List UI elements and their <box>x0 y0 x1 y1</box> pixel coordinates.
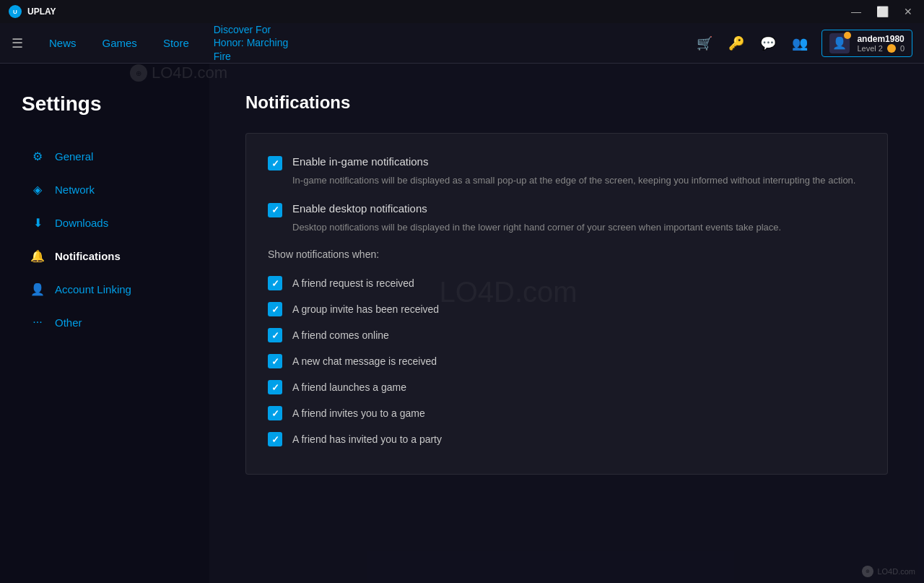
sub-checkbox-friend-request: A friend request is received <box>268 270 866 296</box>
sub-checkbox-chat-message: A new chat message is received <box>268 348 866 374</box>
settings-title: Settings <box>22 92 188 116</box>
nav-item-news[interactable]: News <box>38 31 88 55</box>
sidebar-item-notifications-label: Notifications <box>55 250 121 262</box>
chat-message-checkbox[interactable] <box>268 354 282 368</box>
nav-item-games[interactable]: Games <box>91 31 149 55</box>
sidebar-item-other-label: Other <box>55 316 82 329</box>
friends-icon[interactable]: 👥 <box>790 33 810 53</box>
desktop-notifications-label: Enable desktop notifications <box>292 202 427 215</box>
sub-checkbox-group-invite: A group invite has been received <box>268 296 866 322</box>
show-when-label: Show notifications when: <box>268 249 866 260</box>
friend-party-label: A friend has invited you to a party <box>292 433 442 445</box>
coin-icon <box>887 44 896 53</box>
ingame-notifications-checkbox[interactable] <box>268 156 282 170</box>
header: ☰ News Games Store Discover ForHonor: Ma… <box>0 23 924 64</box>
friend-online-label: A friend comes online <box>292 329 389 341</box>
avatar-badge <box>844 32 851 39</box>
chat-message-label: A new chat message is received <box>292 355 437 367</box>
chat-icon[interactable]: 💬 <box>758 33 778 53</box>
sub-checkbox-friend-party: A friend has invited you to a party <box>268 426 866 452</box>
gear-icon: ⚙ <box>30 149 45 163</box>
hamburger-menu-icon[interactable]: ☰ <box>12 35 23 51</box>
desktop-notifications-desc: Desktop notifications will be displayed … <box>292 220 866 235</box>
sidebar: Settings ⊕ LO4D.com ⚙ General ◈ Network … <box>0 64 209 583</box>
nav-item-discover[interactable]: Discover ForHonor: MarchingFire <box>204 19 299 67</box>
ingame-notifications-row: Enable in-game notifications <box>268 155 866 170</box>
user-level: Level 2 0 <box>857 44 905 53</box>
content-area: Notifications Enable in-game notificatio… <box>209 64 924 583</box>
sub-checkbox-friend-online: A friend comes online <box>268 322 866 348</box>
title-bar-controls: — ⬜ ✕ <box>849 4 915 19</box>
account-icon: 👤 <box>30 282 45 296</box>
download-icon: ⬇ <box>30 215 45 230</box>
sub-checkbox-friend-invites: A friend invites you to a game <box>268 400 866 426</box>
friend-request-label: A friend request is received <box>292 277 414 289</box>
network-icon: ◈ <box>30 182 45 197</box>
sidebar-item-account-linking[interactable]: 👤 Account Linking <box>22 275 188 303</box>
page-title: Notifications <box>245 92 888 113</box>
friend-request-checkbox[interactable] <box>268 276 282 290</box>
ingame-notifications-label: Enable in-game notifications <box>292 155 428 168</box>
sidebar-item-notifications[interactable]: 🔔 Notifications <box>22 241 188 270</box>
sidebar-item-downloads-label: Downloads <box>55 217 108 229</box>
sidebar-item-other[interactable]: ··· Other <box>22 308 188 337</box>
user-info: andem1980 Level 2 0 <box>857 34 905 53</box>
username: andem1980 <box>857 34 905 44</box>
cart-icon[interactable]: 🛒 <box>694 33 715 53</box>
header-icons: 🛒 🔑 💬 👥 <box>694 33 810 53</box>
group-invite-label: A group invite has been received <box>292 303 439 315</box>
main-layout: Settings ⊕ LO4D.com ⚙ General ◈ Network … <box>0 64 924 583</box>
ingame-notifications-desc: In-game notifications will be displayed … <box>292 173 866 188</box>
header-nav: News Games Store Discover ForHonor: Marc… <box>38 19 694 67</box>
bell-icon: 🔔 <box>30 249 45 263</box>
sidebar-item-account-label: Account Linking <box>55 283 131 295</box>
title-bar-left: U UPLAY <box>9 5 56 18</box>
friend-launches-checkbox[interactable] <box>268 380 282 394</box>
user-area[interactable]: 👤 andem1980 Level 2 0 <box>821 30 912 57</box>
app-name: UPLAY <box>27 7 56 17</box>
friend-invites-label: A friend invites you to a game <box>292 407 425 419</box>
friend-launches-label: A friend launches a game <box>292 381 406 393</box>
notifications-panel: Enable in-game notifications In-game not… <box>245 133 888 475</box>
key-icon[interactable]: 🔑 <box>726 33 746 53</box>
sidebar-item-network[interactable]: ◈ Network <box>22 175 188 204</box>
maximize-button[interactable]: ⬜ <box>875 4 889 19</box>
desktop-notifications-row: Enable desktop notifications <box>268 202 866 217</box>
avatar: 👤 <box>829 33 850 53</box>
sidebar-item-network-label: Network <box>55 183 95 196</box>
sidebar-item-general-label: General <box>55 150 93 163</box>
sidebar-nav: ⚙ General ◈ Network ⬇ Downloads 🔔 Notifi… <box>22 142 188 337</box>
other-icon: ··· <box>30 315 45 329</box>
close-button[interactable]: ✕ <box>901 4 915 19</box>
friend-invites-checkbox[interactable] <box>268 406 282 420</box>
app-logo: U <box>9 5 22 18</box>
friend-party-checkbox[interactable] <box>268 432 282 446</box>
minimize-button[interactable]: — <box>849 4 863 19</box>
friend-online-checkbox[interactable] <box>268 328 282 342</box>
group-invite-checkbox[interactable] <box>268 302 282 316</box>
sidebar-item-general[interactable]: ⚙ General <box>22 142 188 170</box>
nav-item-store[interactable]: Store <box>152 31 201 55</box>
sidebar-item-downloads[interactable]: ⬇ Downloads <box>22 208 188 237</box>
desktop-notifications-checkbox[interactable] <box>268 203 282 217</box>
sub-checkbox-friend-launches: A friend launches a game <box>268 374 866 400</box>
title-bar: U UPLAY — ⬜ ✕ <box>0 0 924 23</box>
